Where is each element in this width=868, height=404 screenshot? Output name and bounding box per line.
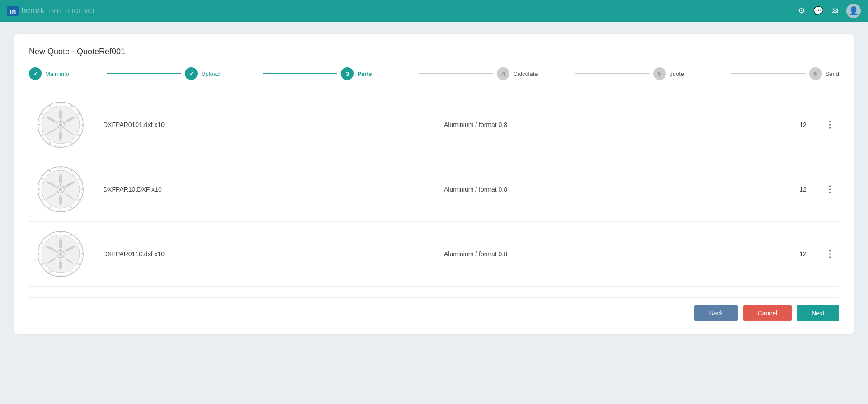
- more-options-icon[interactable]: [829, 185, 831, 193]
- part-disc-svg: [36, 164, 85, 214]
- part-quantity: 12: [785, 250, 821, 258]
- settings-icon[interactable]: ⚙: [798, 6, 805, 16]
- svg-point-4: [59, 123, 62, 127]
- step-main-info: ✓ Main info: [29, 67, 104, 80]
- step-1-label: Main info: [45, 70, 69, 77]
- step-1-circle: ✓: [29, 67, 42, 80]
- svg-point-49: [42, 243, 43, 244]
- svg-point-44: [70, 271, 72, 273]
- part-quantity: 12: [785, 186, 821, 193]
- part-disc-svg: [36, 100, 85, 150]
- svg-point-31: [38, 188, 40, 190]
- svg-point-25: [81, 188, 83, 190]
- nav-actions: ⚙ 💬 ✉ 👤: [798, 4, 861, 18]
- step-calculate: 4 Calculate: [497, 67, 571, 80]
- step-5-label: quote: [670, 70, 684, 77]
- step-3-label: Parts: [357, 70, 372, 77]
- svg-point-15: [42, 113, 43, 115]
- chat-icon[interactable]: 💬: [813, 6, 823, 16]
- svg-point-38: [59, 252, 62, 256]
- svg-point-43: [78, 263, 80, 265]
- step-3-circle: 3: [341, 67, 354, 80]
- svg-point-28: [60, 210, 61, 212]
- page-title: New Quote - QuoteRef001: [29, 47, 839, 56]
- svg-point-12: [49, 142, 51, 144]
- step-2-label: Upload: [201, 70, 220, 77]
- svg-point-32: [42, 178, 43, 180]
- svg-point-10: [70, 142, 72, 144]
- cancel-button[interactable]: Cancel: [743, 305, 792, 321]
- brand-text: lantek: [21, 6, 44, 15]
- step-send: 6 Send: [809, 67, 839, 80]
- svg-point-8: [81, 124, 83, 126]
- top-navigation: in lantek INTELLIGENCE ⚙ 💬 ✉ 👤: [0, 0, 868, 22]
- svg-point-29: [49, 207, 51, 208]
- connector-5-6: [731, 73, 806, 74]
- svg-point-41: [78, 243, 80, 244]
- part-filename: DXFPAR10.DXF x10: [92, 186, 444, 193]
- main-content: New Quote - QuoteRef001 ✓ Main info ✓ Up…: [0, 22, 868, 347]
- svg-point-50: [49, 235, 51, 236]
- more-options-icon[interactable]: [829, 121, 831, 129]
- svg-point-11: [60, 146, 61, 147]
- quote-card: New Quote - QuoteRef001 ✓ Main info ✓ Up…: [14, 34, 854, 334]
- part-actions-menu[interactable]: [821, 250, 839, 258]
- part-thumbnail: [29, 229, 92, 279]
- svg-point-24: [78, 178, 80, 180]
- connector-2-3: [263, 73, 338, 74]
- part-actions-menu[interactable]: [821, 185, 839, 193]
- step-parts: 3 Parts: [341, 67, 415, 80]
- svg-point-9: [78, 134, 80, 136]
- step-2-circle: ✓: [185, 67, 198, 80]
- svg-point-30: [42, 199, 43, 201]
- part-actions-menu[interactable]: [821, 121, 839, 129]
- more-options-icon[interactable]: [829, 250, 831, 258]
- stepper: ✓ Main info ✓ Upload 3 Parts 4 Calculate: [29, 67, 839, 80]
- part-disc-svg: [36, 229, 85, 279]
- part-row: DXFPAR10.DXF x10 Aluminium / format 0.8 …: [29, 157, 839, 222]
- svg-point-48: [38, 253, 40, 255]
- svg-point-13: [42, 134, 43, 136]
- logo-in: in: [7, 6, 19, 16]
- parts-list: DXFPAR0101.dxf x10 Aluminium / format 0.…: [29, 93, 839, 287]
- part-quantity: 12: [785, 121, 821, 128]
- next-button[interactable]: Next: [797, 305, 839, 321]
- svg-point-45: [60, 275, 61, 277]
- brand-suffix: INTELLIGENCE: [49, 8, 97, 14]
- brand-area: in lantek INTELLIGENCE: [7, 6, 97, 16]
- svg-point-16: [49, 105, 51, 107]
- svg-point-42: [81, 253, 83, 255]
- part-thumbnail: [29, 164, 92, 214]
- connector-1-2: [107, 73, 182, 74]
- brand-name: lantek INTELLIGENCE: [21, 6, 97, 15]
- part-thumbnail: [29, 100, 92, 150]
- step-5-circle: 5: [653, 67, 666, 80]
- part-material: Aluminium / format 0.8: [444, 250, 785, 258]
- svg-point-5: [60, 102, 61, 104]
- part-material: Aluminium / format 0.8: [444, 121, 785, 128]
- step-upload: ✓ Upload: [185, 67, 259, 80]
- svg-point-23: [70, 170, 72, 172]
- step-6-label: Send: [826, 70, 839, 77]
- part-filename: DXFPAR0110.dxf x10: [92, 250, 444, 258]
- user-avatar[interactable]: 👤: [846, 4, 861, 18]
- part-material: Aluminium / format 0.8: [444, 186, 785, 193]
- back-button[interactable]: Back: [694, 305, 737, 321]
- svg-point-21: [59, 188, 62, 191]
- svg-point-47: [42, 263, 43, 265]
- connector-3-4: [419, 73, 494, 74]
- step-4-label: Calculate: [513, 70, 538, 77]
- step-quote: 5 quote: [653, 67, 728, 80]
- step-4-circle: 4: [497, 67, 509, 80]
- step-6-circle: 6: [809, 67, 822, 80]
- svg-point-22: [60, 167, 61, 169]
- svg-point-26: [78, 199, 80, 201]
- svg-point-39: [60, 231, 61, 233]
- mail-icon[interactable]: ✉: [831, 6, 838, 16]
- part-row: DXFPAR0101.dxf x10 Aluminium / format 0.…: [29, 93, 839, 157]
- svg-point-46: [49, 271, 51, 273]
- part-filename: DXFPAR0101.dxf x10: [92, 121, 444, 128]
- connector-4-5: [575, 73, 650, 74]
- card-footer: Back Cancel Next: [29, 297, 839, 321]
- part-row: DXFPAR0110.dxf x10 Aluminium / format 0.…: [29, 222, 839, 287]
